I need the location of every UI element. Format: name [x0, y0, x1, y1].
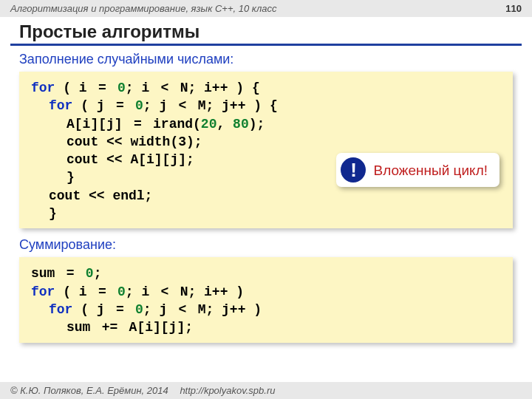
- code-line: for ( j = 0; j < M; j++ ) {: [31, 97, 501, 115]
- course-title: Алгоритмизация и программирование, язык …: [10, 3, 276, 14]
- section1-label: Заполнение случайными числами:: [19, 52, 513, 67]
- copyright: © К.Ю. Поляков, Е.А. Ерёмин, 2014: [10, 385, 168, 396]
- exclamation-icon: !: [341, 157, 366, 183]
- content: Заполнение случайными числами: for ( i =…: [0, 52, 532, 343]
- title-underline: [10, 44, 522, 46]
- code-line: for ( i = 0; i < N; i++ ): [31, 283, 501, 301]
- code-line: cout << endl;: [31, 187, 501, 205]
- code-line: A[i][j] = irand(20, 80);: [31, 115, 501, 133]
- page-title: Простые алгоритмы: [0, 17, 532, 44]
- code-line: for ( i = 0; i < N; i++ ) {: [31, 79, 501, 97]
- code-line: sum += A[i][j];: [31, 318, 501, 336]
- callout: ! Вложенный цикл!: [336, 153, 499, 187]
- header-bar: Алгоритмизация и программирование, язык …: [0, 0, 532, 17]
- footer-url: http://kpolyakov.spb.ru: [180, 385, 275, 396]
- section2-label: Суммирование:: [19, 237, 513, 253]
- code-box-2: sum = 0; for ( i = 0; i < N; i++ ) for (…: [19, 257, 513, 342]
- code-line: for ( j = 0; j < M; j++ ): [31, 301, 501, 318]
- footer: © К.Ю. Поляков, Е.А. Ерёмин, 2014 http:/…: [0, 382, 532, 399]
- page-number: 110: [505, 3, 522, 14]
- code-box-1: for ( i = 0; i < N; i++ ) { for ( j = 0;…: [19, 72, 513, 228]
- code-line: cout << width(3);: [31, 133, 501, 151]
- code-line: sum = 0;: [31, 265, 501, 282]
- code-line: }: [31, 205, 501, 222]
- callout-text: Вложенный цикл!: [373, 161, 488, 180]
